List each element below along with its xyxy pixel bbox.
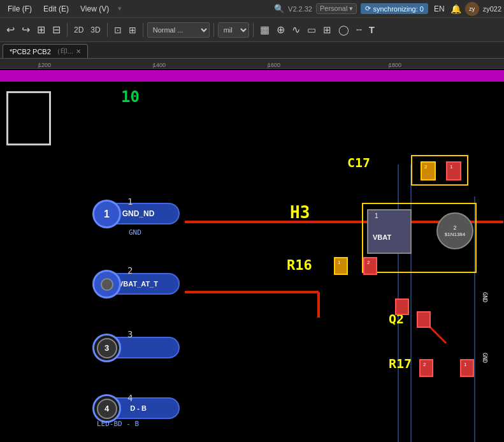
tab-sublabel: （印... <box>54 47 73 56</box>
pin4-outer-circle: 4 <box>92 394 121 423</box>
black-rect-outline <box>6 91 51 145</box>
h3-label: H3 <box>290 203 310 222</box>
pin2-inner-circle <box>101 278 113 291</box>
search-icon[interactable]: 🔍 <box>274 4 284 13</box>
pin3-outer-circle: 3 <box>92 334 121 362</box>
grid2-icon[interactable]: ⊟ <box>50 23 63 37</box>
snap-icon[interactable]: ⊡ <box>112 24 124 36</box>
pin1-gnd-label: GND <box>129 228 141 237</box>
pin1-num-label: 1 <box>127 196 133 207</box>
c17-label: C17 <box>347 155 370 170</box>
pin4-led-label: LED-BD - B <box>97 420 139 428</box>
undo-btn[interactable]: ↩ <box>4 23 17 37</box>
search-bar: 🔍 V2.2.32 Personal ▾ ⟳ synchronizing: 0 … <box>274 2 501 16</box>
ruler-mark-1600: 1600 <box>268 62 280 68</box>
toolbar-sep-4 <box>213 23 214 37</box>
pin1-outer-circle: 1 <box>92 200 121 228</box>
r17-pad1: 2 <box>419 359 433 377</box>
conn-btn[interactable]: ⊞ <box>320 23 334 36</box>
pin3-num-label: 3 <box>127 329 133 339</box>
ruler-horizontal: 1200 1400 1600 1800 <box>0 59 504 69</box>
menu-bar: File (F) Edit (E) View (V) ▾ 🔍 V2.2.32 P… <box>0 0 504 18</box>
tab-pcb2[interactable]: *PCB2 PCB2 （印... ✕ <box>3 44 88 58</box>
pin4-num-label: 4 <box>127 393 133 403</box>
toolbar-sep-1 <box>67 23 68 37</box>
q2-pad2 <box>417 311 431 328</box>
r17-pad2: 1 <box>460 359 474 377</box>
ruler-line-1200 <box>38 64 39 69</box>
menu-view[interactable]: View (V) <box>75 3 114 15</box>
r16-pad1: 1 <box>334 257 348 275</box>
lang-btn[interactable]: EN <box>432 4 447 13</box>
tab-label: *PCB2 PCB2 <box>10 48 51 55</box>
target-btn[interactable]: ⊕ <box>274 23 287 37</box>
wire-btn[interactable]: ∿ <box>289 23 303 37</box>
h3-outline <box>362 203 477 273</box>
view-3d-btn[interactable]: 3D <box>88 24 103 36</box>
ruler-line-1800 <box>389 64 389 69</box>
sync-btn[interactable]: ⟳ synchronizing: 0 <box>361 3 428 14</box>
notif-icon[interactable]: 🔔 <box>450 4 461 14</box>
toolbar-sep-3 <box>143 23 143 37</box>
pcb-canvas[interactable]: 10 C17 2 1 1 VBAT 2$1N1384 H3 R16 <box>0 69 504 442</box>
avatar[interactable]: zy <box>465 2 479 16</box>
track-btn[interactable]: ╌ <box>354 23 364 36</box>
r17-label: R17 <box>389 356 412 371</box>
c17-outline <box>411 155 468 186</box>
ruler-mark-1200: 1200 <box>38 62 51 68</box>
user-id[interactable]: zy022 <box>483 5 501 13</box>
rect-btn[interactable]: ▭ <box>305 23 319 36</box>
version-label: V2.2.32 <box>288 5 312 13</box>
tab-bar: *PCB2 PCB2 （印... ✕ <box>0 42 504 59</box>
purple-bar <box>0 70 504 82</box>
unit-select[interactable]: mil mm <box>218 22 249 38</box>
r16-label: R16 <box>287 257 312 273</box>
ruler-line-1600 <box>268 64 268 69</box>
gnd-label-right-2: GND <box>482 353 488 363</box>
grid-view-btn[interactable]: ▦ <box>257 23 272 37</box>
redo-btn[interactable]: ↪ <box>19 23 32 37</box>
toolbar-sep-5 <box>253 23 254 37</box>
menu-edit[interactable]: Edit (E) <box>38 3 74 15</box>
view-2d-btn[interactable]: 2D <box>71 24 86 36</box>
display-mode-select[interactable]: Normal ... High Contrast <box>147 22 210 38</box>
menu-view-arrow: ▾ <box>118 4 122 13</box>
shape-btn[interactable]: ◯ <box>336 23 352 36</box>
toolbar-sep-2 <box>107 23 108 37</box>
sync-label: synchronizing: 0 <box>373 5 424 13</box>
ruler-icon[interactable]: ⊞ <box>126 24 139 36</box>
menu-file[interactable]: File (F) <box>3 3 37 15</box>
grid-icon[interactable]: ⊞ <box>34 23 48 37</box>
r16-pad2: 2 <box>363 257 377 275</box>
q2-pad1 <box>395 298 409 315</box>
sync-icon: ⟳ <box>365 4 371 13</box>
toolbar: ↩ ↪ ⊞ ⊟ 2D 3D ⊡ ⊞ Normal ... High Contra… <box>0 18 504 42</box>
green-shape: 10 <box>121 88 140 106</box>
tab-close-btn[interactable]: ✕ <box>76 48 81 55</box>
gnd-label-right-1: GND <box>482 292 488 302</box>
text-btn[interactable]: T <box>366 23 377 36</box>
ruler-mark-1400: 1400 <box>153 62 166 68</box>
ruler-mark-1800: 1800 <box>389 62 401 68</box>
pin2-num-label: 2 <box>127 265 133 276</box>
personal-btn[interactable]: Personal ▾ <box>316 3 357 14</box>
ruler-line-1400 <box>153 64 154 69</box>
